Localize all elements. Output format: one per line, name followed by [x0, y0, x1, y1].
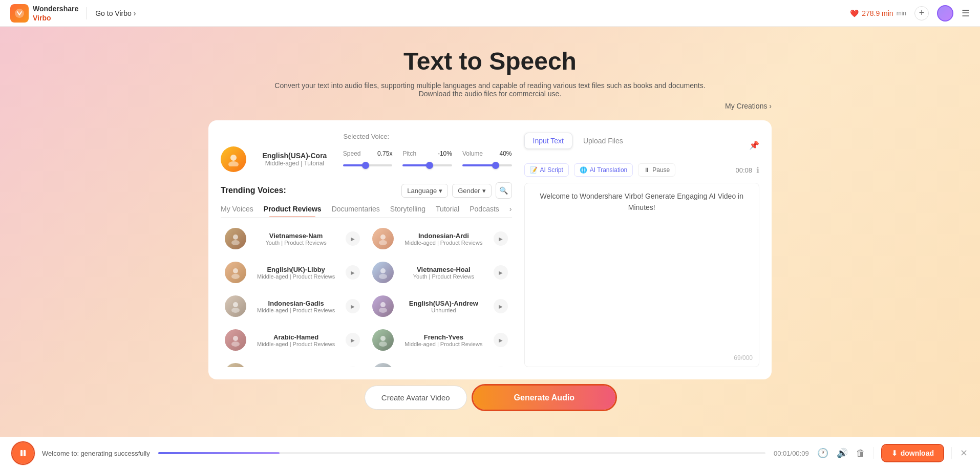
selected-voice-info: English(USA)-Cora Middle-aged | Tutorial	[252, 152, 337, 167]
voice-item[interactable]: Vietnamese-Hoai Youth | Product Reviews …	[368, 258, 512, 287]
voice-item[interactable]: Vietnamese-Nam Youth | Product Reviews ▶	[221, 224, 364, 253]
language-filter[interactable]: Language ▾	[401, 184, 448, 198]
voice-item-info-5: Indonesian-Gadis Middle-aged | Product R…	[251, 300, 340, 313]
voice-item-info-10: Marathi-Man Middle-aged | Product Review…	[399, 367, 488, 368]
play-voice-1[interactable]: ▶	[346, 231, 360, 246]
volume-slider[interactable]	[462, 164, 512, 166]
tab-storytelling[interactable]: Storytelling	[390, 205, 425, 217]
logo-brand-text: Wondershare Virbo	[33, 4, 78, 23]
history-icon[interactable]: 🕐	[817, 447, 828, 459]
play-voice-6[interactable]: ▶	[494, 299, 508, 313]
voice-item-info-7: Arabic-Hamed Middle-aged | Product Revie…	[251, 333, 340, 347]
bottom-divider-2	[951, 447, 952, 459]
voice-avatar-4	[372, 262, 394, 283]
selected-voice-desc: Middle-aged | Tutorial	[252, 160, 337, 167]
play-voice-4[interactable]: ▶	[494, 265, 508, 280]
play-voice-2[interactable]: ▶	[494, 231, 508, 246]
tab-tutorial[interactable]: Tutorial	[436, 205, 459, 217]
selected-voice-name: English(USA)-Cora	[252, 152, 337, 160]
chevron-down-icon: ▾	[439, 187, 442, 195]
speed-label: Speed	[343, 150, 361, 157]
voice-avatar-3	[225, 262, 246, 283]
voice-item[interactable]: French-Yves Middle-aged | Product Review…	[368, 325, 512, 355]
trending-voices-title: Trending Voices:	[221, 186, 286, 195]
download-button[interactable]: ⬇ download	[882, 445, 943, 461]
translation-icon: 🌐	[580, 166, 587, 174]
svg-point-8	[231, 274, 240, 279]
voice-item-info-2: Indonesian-Ardi Middle-aged | Product Re…	[399, 232, 488, 246]
play-voice-10[interactable]: ▶	[494, 367, 508, 367]
svg-point-6	[379, 240, 387, 245]
voice-avatar-8	[372, 329, 394, 351]
svg-point-17	[380, 336, 386, 341]
search-icon: 🔍	[499, 186, 508, 195]
voice-avatar-9	[225, 363, 246, 367]
go-to-virbo-link[interactable]: Go to Virbo ›	[95, 9, 136, 17]
tab-documentaries[interactable]: Documentaries	[332, 205, 380, 217]
svg-point-4	[231, 240, 240, 245]
tab-my-voices[interactable]: My Voices	[221, 205, 253, 217]
pin-icon[interactable]: 📌	[749, 140, 759, 150]
ai-script-button[interactable]: 📝 AI Script	[524, 163, 569, 177]
pitch-label: Pitch	[402, 150, 416, 157]
voice-item[interactable]: Marathi-Man Middle-aged | Product Review…	[368, 359, 512, 367]
voice-item-info-8: French-Yves Middle-aged | Product Review…	[399, 333, 488, 347]
trending-header: Trending Voices: Language ▾ Gender ▾ 🔍	[221, 182, 512, 199]
text-toolbar: 📝 AI Script 🌐 AI Translation ⏸ Pause 00:…	[524, 163, 760, 177]
ai-translation-button[interactable]: 🌐 AI Translation	[574, 163, 633, 177]
user-avatar[interactable]	[937, 5, 953, 22]
playback-time: 00:01/00:09	[774, 450, 809, 457]
pause-icon: ⏸	[644, 166, 650, 174]
selected-voice-avatar	[221, 146, 246, 172]
speed-slider[interactable]	[343, 164, 393, 166]
page-subtitle: Convert your text into audio files, supp…	[260, 81, 720, 98]
pause-button[interactable]: ⏸ Pause	[638, 163, 675, 177]
tab-podcasts[interactable]: Podcasts	[470, 205, 499, 217]
create-avatar-video-button[interactable]: Create Avatar Video	[365, 386, 467, 410]
duration-display: 00:08	[735, 166, 752, 174]
svg-point-13	[380, 302, 386, 307]
voice-item[interactable]: Indonesian-Gadis Middle-aged | Product R…	[221, 291, 364, 321]
play-voice-9[interactable]: ▶	[346, 367, 360, 367]
hamburger-menu-icon[interactable]: ☰	[962, 8, 970, 19]
volume-icon[interactable]: 🔊	[837, 447, 848, 459]
voice-avatar-5	[225, 295, 246, 317]
voice-item[interactable]: Spanish(Mexico) Middle-aged | Product Re…	[221, 359, 364, 367]
voice-item[interactable]: English(USA)-Andrew Unhurried ▶	[368, 291, 512, 321]
play-voice-3[interactable]: ▶	[346, 265, 360, 280]
input-tab-buttons: Input Text Upload Files	[524, 133, 632, 149]
logo: Wondershare Virbo	[10, 4, 78, 23]
voice-item[interactable]: Indonesian-Ardi Middle-aged | Product Re…	[368, 224, 512, 253]
delete-icon[interactable]: 🗑	[856, 448, 865, 459]
generate-audio-button[interactable]: Generate Audio	[473, 386, 616, 410]
info-icon: ℹ	[756, 165, 759, 175]
bottom-bar: Welcome to: generating successfully 00:0…	[0, 437, 980, 469]
tab-product-reviews[interactable]: Product Reviews	[264, 205, 322, 217]
header-right: ❤️ 278.9 min min + ☰	[850, 5, 970, 22]
play-voice-7[interactable]: ▶	[346, 333, 360, 347]
text-area-wrapper[interactable]: Welcome to Wondershare Virbo! Generate E…	[524, 183, 760, 367]
my-creations-link[interactable]: My Creations ›	[208, 102, 772, 110]
add-credits-button[interactable]: +	[914, 6, 929, 20]
voice-avatar-7	[225, 329, 246, 351]
text-content: Welcome to Wondershare Virbo! Generate E…	[532, 190, 752, 214]
volume-slider-group: Volume 40%	[462, 150, 512, 168]
bottom-divider	[874, 447, 874, 459]
play-voice-8[interactable]: ▶	[494, 333, 508, 347]
search-voices-button[interactable]: 🔍	[496, 182, 512, 199]
voice-item[interactable]: Arabic-Hamed Middle-aged | Product Revie…	[221, 325, 364, 355]
progress-bar[interactable]	[158, 452, 765, 454]
tab-more[interactable]: ›	[509, 205, 512, 217]
upload-files-tab[interactable]: Upload Files	[574, 133, 632, 149]
close-bottom-bar-button[interactable]: ✕	[960, 447, 968, 459]
status-text: Welcome to: generating successfully	[42, 450, 150, 457]
gender-filter[interactable]: Gender ▾	[452, 184, 491, 198]
svg-point-11	[233, 302, 238, 307]
pitch-slider[interactable]	[402, 164, 452, 166]
voice-item[interactable]: English(UK)-Libby Middle-aged | Product …	[221, 258, 364, 287]
input-text-tab[interactable]: Input Text	[524, 133, 572, 149]
volume-value: 40%	[499, 150, 512, 157]
play-voice-5[interactable]: ▶	[346, 299, 360, 313]
svg-rect-23	[20, 450, 23, 456]
playback-pause-button[interactable]	[12, 442, 34, 464]
